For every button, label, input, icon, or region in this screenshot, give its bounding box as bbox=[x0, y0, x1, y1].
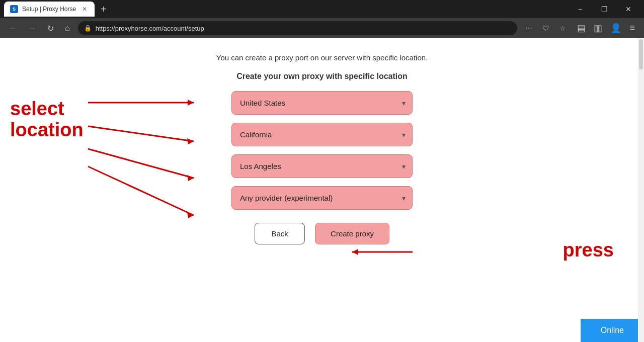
address-bar-actions: ⋯ 🛡 ☆ bbox=[522, 22, 569, 34]
browser-window: S Setup | Proxy Horse ✕ + − ❐ ✕ ← → ↻ ⌂ … bbox=[0, 0, 644, 342]
title-bar: S Setup | Proxy Horse ✕ + − ❐ ✕ bbox=[0, 0, 644, 18]
online-badge: Online bbox=[581, 319, 644, 342]
country-select-wrapper: United States United Kingdom Germany Fra… bbox=[231, 91, 413, 115]
provider-select-wrapper: Any provider (experimental) Provider A P… bbox=[231, 186, 413, 210]
new-tab-button[interactable]: + bbox=[97, 4, 111, 15]
svg-marker-9 bbox=[352, 249, 358, 255]
active-tab[interactable]: S Setup | Proxy Horse ✕ bbox=[4, 2, 95, 17]
forward-nav-button[interactable]: → bbox=[25, 22, 39, 35]
library-icon[interactable]: ▤ bbox=[574, 21, 589, 36]
svg-marker-3 bbox=[187, 138, 194, 144]
svg-line-4 bbox=[88, 149, 194, 178]
address-input-wrapper[interactable]: 🔒 https://proxyhorse.com/account/setup bbox=[78, 21, 518, 35]
address-bar: ← → ↻ ⌂ 🔒 https://proxyhorse.com/account… bbox=[0, 18, 644, 38]
pocket-icon[interactable]: 🛡 bbox=[539, 22, 552, 34]
minimize-button[interactable]: − bbox=[569, 0, 592, 18]
svg-marker-1 bbox=[188, 100, 194, 106]
back-button[interactable]: Back bbox=[255, 223, 305, 244]
maximize-button[interactable]: ❐ bbox=[593, 0, 616, 18]
home-nav-button[interactable]: ⌂ bbox=[62, 22, 73, 35]
url-display: https://proxyhorse.com/account/setup bbox=[96, 25, 512, 32]
window-controls: − ❐ ✕ bbox=[569, 0, 640, 18]
svg-marker-7 bbox=[187, 212, 194, 218]
scrollbar[interactable] bbox=[638, 38, 644, 342]
more-options-icon[interactable]: ⋯ bbox=[522, 22, 535, 34]
form-buttons: Back Create proxy bbox=[231, 223, 413, 244]
refresh-nav-button[interactable]: ↻ bbox=[44, 22, 57, 35]
state-select[interactable]: California New York Texas Florida bbox=[231, 123, 413, 146]
location-form: United States United Kingdom Germany Fra… bbox=[231, 91, 413, 244]
close-window-button[interactable]: ✕ bbox=[617, 0, 640, 18]
create-proxy-button[interactable]: Create proxy bbox=[315, 223, 389, 244]
state-select-wrapper: California New York Texas Florida ▾ bbox=[231, 123, 413, 146]
press-annotation: press bbox=[563, 239, 614, 261]
tab-close-button[interactable]: ✕ bbox=[80, 5, 89, 13]
country-select[interactable]: United States United Kingdom Germany Fra… bbox=[231, 91, 413, 115]
city-select-wrapper: Los Angeles San Francisco San Diego ▾ bbox=[231, 154, 413, 178]
security-icon: 🔒 bbox=[84, 25, 92, 32]
page-description: You can create a proxy port on our serve… bbox=[216, 53, 428, 62]
page-content: You can create a proxy port on our serve… bbox=[0, 38, 644, 342]
section-title: Create your own proxy with specific loca… bbox=[236, 72, 408, 81]
back-nav-button[interactable]: ← bbox=[6, 22, 20, 35]
tab-title: Setup | Proxy Horse bbox=[22, 6, 76, 13]
account-icon[interactable]: 👤 bbox=[607, 21, 624, 36]
tab-favicon: S bbox=[10, 5, 18, 13]
city-select[interactable]: Los Angeles San Francisco San Diego bbox=[231, 154, 413, 178]
svg-line-2 bbox=[88, 126, 194, 141]
sidebar-icon[interactable]: ▥ bbox=[591, 21, 605, 36]
bookmark-icon[interactable]: ☆ bbox=[556, 22, 569, 34]
select-location-annotation: select location bbox=[10, 99, 84, 141]
browser-toolbar: ▤ ▥ 👤 ≡ bbox=[574, 21, 638, 36]
provider-select[interactable]: Any provider (experimental) Provider A P… bbox=[231, 186, 413, 210]
scrollbar-thumb[interactable] bbox=[639, 39, 643, 69]
svg-marker-5 bbox=[187, 175, 194, 181]
menu-icon[interactable]: ≡ bbox=[626, 21, 638, 36]
svg-line-6 bbox=[88, 166, 194, 215]
